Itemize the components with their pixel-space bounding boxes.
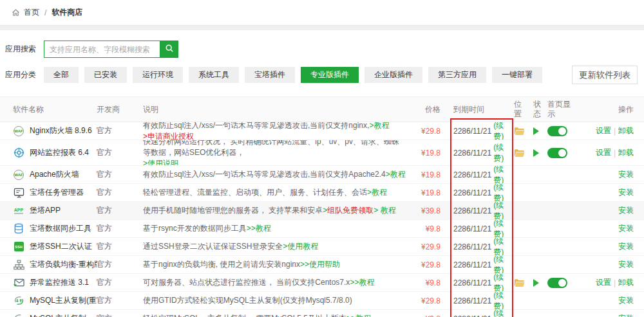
expiry-cell: 2286/11/21 (续费) (453, 184, 514, 201)
settings-link[interactable]: 设置 (596, 277, 611, 288)
search-input[interactable] (44, 41, 160, 58)
install-link[interactable]: 安装 (618, 295, 634, 306)
play-status-icon[interactable] (533, 149, 539, 157)
category-list: 全部已安装运行环境系统工具宝塔插件专业版插件企业版插件第三方应用一键部署 (44, 67, 548, 83)
desc-tutorial-link[interactable]: >使用说明 (143, 158, 178, 165)
desc-tutorial-link[interactable]: >>教程 (346, 313, 371, 317)
renew-link[interactable]: (续费) (493, 256, 514, 273)
action-cell: 安装 (577, 184, 644, 201)
uninstall-link[interactable]: 卸载 (618, 147, 634, 158)
update-software-list-button[interactable]: 更新软件列表 (572, 66, 638, 84)
desc-tutorial-link[interactable]: >教程 (367, 187, 387, 198)
developer: 官方 (97, 292, 143, 309)
home-icon[interactable] (12, 8, 20, 17)
app-name: MySQL主从复制 (30, 313, 86, 317)
renew-link[interactable]: (续费) (493, 202, 514, 219)
home-show-toggle[interactable] (547, 148, 567, 158)
header-dev: 开发商 (97, 97, 143, 122)
table-row: 宝塔负载均衡-重构版 官方 基于nginx的负载均衡, 使用之前请先安装ngin… (0, 256, 644, 274)
category-button-7[interactable]: 第三方应用 (428, 67, 486, 83)
category-button-5-active[interactable]: 专业版插件 (301, 67, 359, 83)
breadcrumb: 首页 / 软件商店 (0, 0, 644, 26)
category-button-6[interactable]: 企业版插件 (365, 67, 422, 83)
header-name: 软件名称 (0, 97, 97, 122)
category-button-8[interactable]: 一键部署 (492, 67, 542, 83)
site-monitor-icon (13, 147, 24, 159)
install-link[interactable]: 安装 (618, 313, 634, 317)
app-name: 堡塔APP (30, 205, 61, 216)
uninstall-link[interactable]: 卸载 (618, 277, 634, 288)
play-status-icon[interactable] (533, 279, 539, 287)
install-link[interactable]: 安装 (618, 169, 634, 180)
header-home-show: 首页显示 (547, 97, 577, 122)
install-link[interactable]: 安装 (618, 205, 634, 216)
category-button-4[interactable]: 宝塔插件 (245, 67, 295, 83)
category-button-0[interactable]: 全部 (44, 67, 79, 83)
renew-link[interactable]: (续费) (493, 292, 514, 309)
folder-icon[interactable] (514, 127, 525, 136)
renew-link[interactable]: (续费) (493, 220, 514, 237)
category-button-3[interactable]: 系统工具 (189, 67, 239, 83)
install-link[interactable]: 安装 (618, 241, 634, 252)
desc-text: 基于nginx的负载均衡, 使用之前请先安装nginx (143, 259, 300, 270)
desc-tutorial-link[interactable]: >教程 (386, 169, 406, 180)
category-button-2[interactable]: 运行环境 (133, 67, 183, 83)
uninstall-link[interactable]: 卸载 (618, 125, 634, 136)
app-description: 快速分析网站运行状况， 实时精确统计网站流量、ip、uv、pv、请求、蜘蛛等数据… (143, 140, 412, 165)
software-table: 软件名称 开发商 说明 价格 到期时间 位置 状态 首页显示 操作 WAF Ng… (0, 96, 644, 317)
page-title: 软件商店 (52, 7, 82, 18)
app-name: 宝塔数据同步工具 (30, 223, 91, 234)
header-status: 状态 (533, 97, 547, 122)
settings-link[interactable]: 设置 (596, 147, 611, 158)
play-status-icon[interactable] (533, 127, 539, 135)
desc-tutorial-link[interactable]: >>教程 (247, 223, 271, 234)
table-row: WAF Apache防火墙 官方 有效防止sql注入/xss/一句话木马等常见渗… (0, 166, 644, 184)
header-location: 位置 (514, 97, 533, 122)
table-row: WAF Nginx防火墙 8.9.6 官方 有效防止sql注入/xss/一句话木… (0, 122, 644, 140)
category-button-1[interactable]: 已安装 (84, 67, 127, 83)
renew-link[interactable]: (续费) (493, 184, 514, 201)
install-link[interactable]: 安装 (618, 223, 634, 234)
app-description: 轻松实现MySQL一主多从复制， 需要MySQL5.5及以上版本>>教程 (143, 310, 412, 317)
breadcrumb-home[interactable]: 首页 (24, 7, 39, 18)
expiry-cell: 2286/11/21 (续费) (453, 202, 514, 219)
renew-link[interactable]: (续费) (493, 166, 514, 183)
renew-link[interactable]: (续费) (493, 274, 514, 291)
developer: 官方 (97, 220, 143, 237)
desc-tutorial-link[interactable]: >教程 (369, 122, 389, 131)
renew-link[interactable]: (续费) (493, 142, 514, 164)
expiry-date: 2286/11/21 (453, 149, 491, 158)
expiry-cell: 2286/11/21 (续费) (453, 220, 514, 237)
folder-icon[interactable] (514, 278, 525, 287)
desc-red-link[interactable]: 组队免费领取 (327, 205, 374, 216)
renew-link[interactable]: (续费) (493, 122, 514, 140)
developer: 官方 (97, 310, 143, 317)
expiry-date: 2286/11/21 (453, 206, 491, 215)
desc-red-link[interactable]: >申请商业授权 (143, 131, 194, 140)
search-button[interactable] (160, 41, 178, 58)
desc-tutorial-link[interactable]: >>使用帮助 (300, 259, 340, 270)
desc-text: 通过SSH登录二次认证保证SSH登录安全 (143, 241, 283, 252)
task-manager-icon (13, 187, 24, 199)
desc-tutorial-link[interactable]: > 教程 (374, 205, 395, 216)
header-action: 操作 (577, 97, 644, 122)
desc-tutorial-link[interactable]: >>教程 (350, 277, 374, 288)
expiry-date: 2286/11/21 (453, 278, 491, 287)
home-show-toggle[interactable] (547, 278, 567, 288)
expiry-date: 2286/11/21 (453, 296, 491, 305)
developer: 官方 (97, 238, 143, 255)
home-show-toggle[interactable] (547, 126, 567, 136)
table-row: SSH 堡塔SSH二次认证 官方 通过SSH登录二次认证保证SSH登录安全 >使… (0, 238, 644, 256)
settings-link[interactable]: 设置 (596, 125, 611, 136)
install-link[interactable]: 安装 (618, 259, 634, 270)
desc-tutorial-link[interactable]: >使用教程 (283, 241, 318, 252)
renew-link[interactable]: (续费) (493, 238, 514, 255)
install-link[interactable]: 安装 (618, 187, 634, 198)
table-row: MySQL主从复制(重构版) 官方 使用GTID方式轻松实现MySQL主从复制(… (0, 292, 644, 310)
expiry-cell: 2286/11/21 (续费) (453, 292, 514, 309)
search-label: 应用搜索 (5, 44, 44, 55)
folder-icon[interactable] (514, 149, 525, 158)
renew-link[interactable]: (续费) (493, 310, 514, 317)
desc-text: 基于rsync开发的数据同步工具 (143, 223, 247, 234)
desc-text: 有效防止sql注入/xss/一句话木马等常见渗透攻击,当前仅支持Apache2.… (143, 169, 386, 180)
